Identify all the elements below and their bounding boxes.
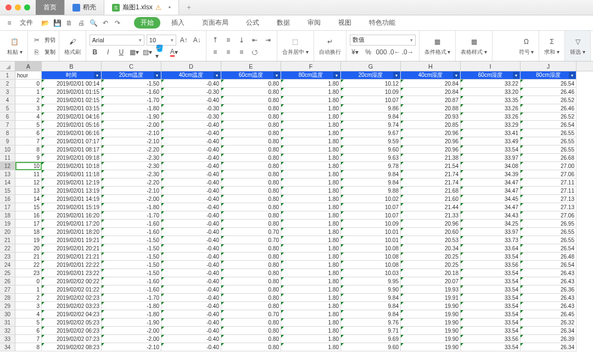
cell[interactable]: 8: [15, 343, 42, 351]
align-left-icon[interactable]: ≡: [210, 47, 221, 58]
cell[interactable]: 34.47: [461, 178, 521, 187]
cell[interactable]: 2019/02/02 02:23: [42, 294, 102, 302]
cell[interactable]: 9.84: [341, 310, 401, 318]
cell[interactable]: 2019/02/01 17:20: [42, 220, 102, 228]
window-controls[interactable]: [0, 4, 36, 10]
cell[interactable]: 22: [15, 261, 42, 269]
align-middle-icon[interactable]: ≡: [223, 35, 234, 46]
cell[interactable]: -0.40: [161, 178, 221, 187]
cell[interactable]: 1.80: [281, 310, 341, 318]
cell[interactable]: 20.93: [401, 113, 461, 121]
cell[interactable]: 7: [15, 137, 42, 145]
cell[interactable]: 2019/02/02 04:23: [42, 310, 102, 318]
cell[interactable]: 10.08: [341, 253, 401, 261]
cell[interactable]: 10.01: [341, 236, 401, 244]
cell[interactable]: 1.80: [281, 80, 341, 88]
cell[interactable]: 21.33: [401, 211, 461, 220]
cell[interactable]: 2019/02/01 16:20: [42, 211, 102, 220]
row-header[interactable]: 15: [0, 187, 15, 195]
cell[interactable]: -0.40: [161, 228, 221, 236]
cell[interactable]: 33.97: [461, 154, 521, 162]
cell[interactable]: 33.41: [461, 129, 521, 137]
row-header[interactable]: 4: [0, 96, 15, 104]
cell[interactable]: 33.56: [461, 261, 521, 269]
cell[interactable]: 34.08: [461, 162, 521, 170]
cell[interactable]: -1.50: [102, 236, 161, 244]
cell[interactable]: 8: [15, 145, 42, 154]
cell[interactable]: 2019/02/01 13:19: [42, 187, 102, 195]
row-header[interactable]: 23: [0, 253, 15, 261]
cell[interactable]: 1: [15, 285, 42, 294]
cell[interactable]: 19.90: [401, 343, 461, 351]
row-header[interactable]: 12: [0, 162, 15, 170]
cell[interactable]: 26.39: [521, 335, 577, 343]
indent-icon[interactable]: ⇥: [262, 35, 273, 46]
row-header[interactable]: 13: [0, 170, 15, 178]
header-cell-I[interactable]: 60cm湿度▾: [461, 71, 521, 80]
cell[interactable]: 1.80: [281, 335, 341, 343]
cell[interactable]: 33.49: [461, 137, 521, 145]
cell[interactable]: 33.97: [461, 228, 521, 236]
row-header[interactable]: 34: [0, 343, 15, 351]
currency-icon[interactable]: ¥▾: [350, 47, 361, 58]
cell[interactable]: -2.00: [102, 195, 161, 203]
align-top-icon[interactable]: ⤒: [210, 35, 221, 46]
cell[interactable]: 33.54: [461, 302, 521, 310]
cell[interactable]: 26.34: [521, 327, 577, 335]
filter-icon[interactable]: ▾: [333, 72, 340, 79]
cell[interactable]: 1.80: [281, 277, 341, 285]
cell[interactable]: 2019/02/01 09:18: [42, 154, 102, 162]
col-header-D[interactable]: D: [161, 61, 221, 71]
cell[interactable]: -2.20: [102, 145, 161, 154]
row-header[interactable]: 18: [0, 211, 15, 220]
cell[interactable]: -1.60: [102, 277, 161, 285]
cell[interactable]: 9.63: [341, 154, 401, 162]
cell[interactable]: 33.22: [461, 80, 521, 88]
row-header[interactable]: 19: [0, 220, 15, 228]
cell[interactable]: 26.54: [521, 121, 577, 129]
cell[interactable]: -1.80: [102, 104, 161, 113]
saveas-icon[interactable]: 🗎: [65, 19, 74, 27]
cell[interactable]: 2019/02/01 02:15: [42, 96, 102, 104]
cell[interactable]: -0.40: [161, 269, 221, 277]
cell[interactable]: -1.50: [102, 80, 161, 88]
cell[interactable]: 4: [15, 113, 42, 121]
cell[interactable]: 0.80: [221, 318, 281, 327]
cell[interactable]: 9.60: [341, 343, 401, 351]
cell[interactable]: -0.30: [161, 104, 221, 113]
cell[interactable]: 1.80: [281, 96, 341, 104]
cell[interactable]: 19.90: [401, 335, 461, 343]
cell[interactable]: -2.10: [102, 343, 161, 351]
filter-icon[interactable]: ▾: [453, 72, 460, 79]
cell[interactable]: -0.40: [161, 253, 221, 261]
cell[interactable]: -0.40: [161, 170, 221, 178]
cell[interactable]: -0.40: [161, 236, 221, 244]
ribbon-tab-3[interactable]: 公式: [239, 17, 266, 29]
col-header-G[interactable]: G: [341, 61, 401, 71]
cell[interactable]: -1.90: [102, 318, 161, 327]
cell[interactable]: 0.80: [221, 80, 281, 88]
cell[interactable]: 9.78: [341, 162, 401, 170]
cell[interactable]: 1.80: [281, 203, 341, 211]
cell[interactable]: 20.60: [401, 228, 461, 236]
cell[interactable]: 2019/02/02 08:23: [42, 343, 102, 351]
cell[interactable]: 33.54: [461, 285, 521, 294]
border-icon[interactable]: ▦▾: [129, 47, 140, 58]
cell[interactable]: 9.86: [341, 104, 401, 113]
cell[interactable]: 0.80: [221, 244, 281, 253]
cell[interactable]: -0.40: [161, 294, 221, 302]
cell[interactable]: 0.80: [221, 195, 281, 203]
cell[interactable]: 0: [15, 277, 42, 285]
filter-icon[interactable]: ▾: [94, 72, 100, 79]
filter-icon[interactable]: ▾: [393, 72, 400, 79]
cell[interactable]: 1.80: [281, 104, 341, 113]
row-header[interactable]: 25: [0, 269, 15, 277]
row-header[interactable]: 6: [0, 113, 15, 121]
cell[interactable]: -0.40: [161, 154, 221, 162]
cell[interactable]: 10.07: [341, 203, 401, 211]
cell[interactable]: 2019/02/02 03:23: [42, 302, 102, 310]
cell[interactable]: 2019/02/01 15:19: [42, 203, 102, 211]
cell[interactable]: 26.54: [521, 261, 577, 269]
cell[interactable]: 26.54: [521, 244, 577, 253]
cell[interactable]: 9: [15, 154, 42, 162]
